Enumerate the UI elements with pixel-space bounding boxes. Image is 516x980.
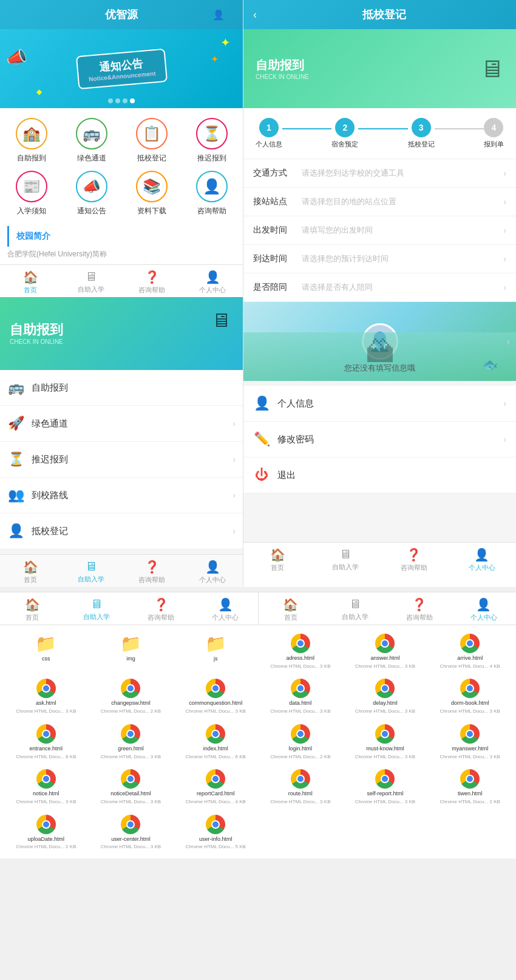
- fe-computer-icon-2: 🖥: [349, 597, 361, 611]
- menu-logout[interactable]: ⏻ 退出: [243, 457, 516, 493]
- user-icon[interactable]: 👤: [212, 9, 225, 21]
- fe-nav-home-2[interactable]: 🏠 首页: [259, 597, 323, 622]
- file-changepsw[interactable]: changepsw.html Chrome HTML Docu... 2 KB: [90, 675, 172, 718]
- file-name-entrance: entrance.html: [30, 745, 63, 752]
- notice-announcement-icon: 📣: [76, 171, 107, 202]
- file-login[interactable]: login.html Chrome HTML Docu... 2 KB: [259, 721, 342, 763]
- folder-js[interactable]: 📁 js: [174, 630, 257, 673]
- file-adress[interactable]: adress.html Chrome HTML Docu... 3 KB: [259, 630, 342, 673]
- nav-self-admission-1[interactable]: 🖥 自助入学: [61, 270, 121, 295]
- file-must-know[interactable]: must-know.html Chrome HTML Docu... 3 KB: [344, 721, 427, 763]
- file-entrance[interactable]: entrance.html Chrome HTML Docu... 8 KB: [5, 721, 87, 763]
- file-route[interactable]: route.html Chrome HTML Docu... 3 KB: [259, 766, 342, 808]
- nav-help-1[interactable]: ❓ 咨询帮助: [121, 270, 182, 295]
- file-reportCard[interactable]: reportCard.html Chrome HTML Docu... 4 KB: [174, 766, 257, 808]
- file-tiwen[interactable]: tiwen.html Chrome HTML Docu... 2 KB: [429, 766, 511, 808]
- fe-nav-profile-2[interactable]: 👤 个人中心: [452, 597, 516, 622]
- nav-home-1[interactable]: 🏠 首页: [0, 270, 61, 295]
- nav-home-2[interactable]: 🏠 首页: [0, 560, 61, 584]
- folder-css[interactable]: 📁 css: [5, 630, 87, 673]
- menu-personal-info[interactable]: 👤 个人信息 ›: [243, 386, 516, 422]
- form-pickup[interactable]: 接站站点 请选择您目的地的站点位置 ›: [243, 188, 516, 216]
- file-commonquestion[interactable]: commonquestion.html Chrome HTML Docu... …: [174, 675, 257, 718]
- form-section: 交通方式 请选择您到达学校的交通工具 › 接站站点 请选择您目的地的站点位置 ›…: [243, 159, 516, 302]
- menu-green-channel[interactable]: 🚀 绿色通道 ›: [0, 406, 243, 442]
- file-self-report[interactable]: self-report.html Chrome HTML Docu... 3 K…: [344, 766, 427, 808]
- file-meta-tiwen: Chrome HTML Docu... 2 KB: [440, 799, 500, 805]
- menu-self-report[interactable]: 🚌 自助报到: [0, 370, 243, 406]
- file-arrive[interactable]: arrive.html Chrome HTML Docu... 4 KB: [429, 630, 511, 673]
- file-meta-noticeDetail: Chrome HTML Docu... 3 KB: [101, 799, 161, 805]
- form-depart-time[interactable]: 出发时间 请填写您的出发时间 ›: [243, 216, 516, 245]
- companion-placeholder: 请选择是否有人陪同: [297, 282, 503, 293]
- file-uploaDate[interactable]: uploaDate.html Chrome HTML Docu... 2 KB: [5, 811, 87, 854]
- back-button[interactable]: ‹: [253, 9, 257, 21]
- notice-banner[interactable]: 📣 ✦ ✦ ◆ 通知公告 Notice&Announcement: [0, 29, 243, 108]
- computer-banner-icon: 🖥: [211, 309, 231, 332]
- step-label-2: 宿舍预定: [331, 140, 358, 149]
- file-index[interactable]: index.html Chrome HTML Docu... 6 KB: [174, 721, 257, 763]
- folder-name-css: css: [42, 656, 50, 662]
- form-arrive-time[interactable]: 到达时间 请选择您的预计到达时间 ›: [243, 245, 516, 273]
- file-myanswer[interactable]: myanswer.html Chrome HTML Docu... 3 KB: [429, 721, 511, 763]
- icon-notice-announcement[interactable]: 📣 通知公告: [65, 171, 118, 216]
- file-name-reportCard: reportCard.html: [197, 790, 235, 797]
- file-user-center[interactable]: user-center.html Chrome HTML Docu... 3 K…: [90, 811, 172, 854]
- nav-profile-r[interactable]: 👤 个人中心: [448, 547, 516, 572]
- fe-nav-self-2[interactable]: 🖥 自助入学: [323, 597, 387, 622]
- chrome-icon-adress: [291, 634, 310, 653]
- nav-home-r[interactable]: 🏠 首页: [243, 547, 311, 572]
- chrome-icon-noticeDetail: [121, 769, 140, 789]
- nav-self-admission-2[interactable]: 🖥 自助入学: [61, 560, 121, 584]
- depart-arrow: ›: [503, 225, 506, 235]
- fe-nav-self-1[interactable]: 🖥 自助入学: [64, 597, 129, 622]
- file-answer[interactable]: answer.html Chrome HTML Docu... 3 KB: [344, 630, 427, 673]
- icon-arrival-register[interactable]: 📋 抵校登记: [125, 118, 178, 163]
- dot-3: [123, 98, 127, 103]
- notice-announcement-label: 通知公告: [77, 206, 106, 216]
- file-notice[interactable]: notice.html Chrome HTML Docu... 3 KB: [5, 766, 87, 808]
- step-label-1: 个人信息: [256, 140, 282, 149]
- menu-delay-report[interactable]: ⏳ 推迟报到 ›: [0, 442, 243, 478]
- nav-profile-1[interactable]: 👤 个人中心: [182, 270, 243, 295]
- fe-nav-help-2[interactable]: ❓ 咨询帮助: [387, 597, 452, 622]
- file-dorm-book[interactable]: dorm-book.html Chrome HTML Docu... 3 KB: [429, 675, 511, 718]
- file-data[interactable]: data.html Chrome HTML Docu... 3 KB: [259, 675, 342, 718]
- icon-green-channel[interactable]: 🚌 绿色通道: [65, 118, 118, 163]
- file-noticeDetail[interactable]: noticeDetail.html Chrome HTML Docu... 3 …: [90, 766, 172, 808]
- icon-resource-download[interactable]: 📚 资料下载: [125, 171, 178, 216]
- file-meta-must-know: Chrome HTML Docu... 3 KB: [355, 754, 415, 760]
- menu-route[interactable]: 👥 到校路线 ›: [0, 478, 243, 513]
- chrome-icon-uploaDate: [36, 815, 56, 834]
- nav-help-r[interactable]: ❓ 咨询帮助: [380, 547, 448, 572]
- chrome-icon-arrive: [460, 634, 480, 653]
- file-green[interactable]: green.html Chrome HTML Docu... 3 KB: [90, 721, 172, 763]
- nav-self-r[interactable]: 🖥 自助入学: [311, 547, 379, 572]
- menu-change-password[interactable]: ✏️ 修改密码 ›: [243, 422, 516, 457]
- nav-help-2[interactable]: ❓ 咨询帮助: [121, 560, 182, 584]
- file-delay[interactable]: delay.html Chrome HTML Docu... 3 KB: [344, 675, 427, 718]
- file-meta-self-report: Chrome HTML Docu... 3 KB: [355, 799, 415, 805]
- personal-center-screen: 🏔 🐟 👤 › 您还没有填写信息哦 👤 个人信息 › ✏️ 修改密码 ›: [243, 302, 516, 575]
- icon-self-report[interactable]: 🏫 自助报到: [5, 118, 58, 163]
- icon-help[interactable]: 👤 咨询帮助: [185, 171, 238, 216]
- fe-nav-help-1[interactable]: ❓ 咨询帮助: [129, 597, 193, 622]
- step-circle-4: 4: [484, 118, 503, 137]
- fe-nav-home-1[interactable]: 🏠 首页: [0, 597, 64, 622]
- profile-label-r: 个人中心: [469, 563, 495, 572]
- form-transport[interactable]: 交通方式 请选择您到达学校的交通工具 ›: [243, 159, 516, 188]
- icon-delay-report[interactable]: ⏳ 推迟报到: [185, 118, 238, 163]
- file-user-info[interactable]: user-info.html Chrome HTML Docu... 5 KB: [174, 811, 257, 854]
- chrome-icon-user-center: [121, 815, 140, 834]
- home-label-r: 首页: [271, 563, 284, 572]
- form-companion[interactable]: 是否陪同 请选择是否有人陪同 ›: [243, 273, 516, 302]
- folder-img[interactable]: 📁 img: [90, 630, 172, 673]
- delay-report-label: 推迟报到: [197, 153, 226, 163]
- file-ask[interactable]: ask.html Chrome HTML Docu... 3 KB: [5, 675, 87, 718]
- checkin-graphic: 🖥: [480, 55, 504, 83]
- icon-admission-notice[interactable]: 📰 入学须知: [5, 171, 58, 216]
- fe-nav-profile-1[interactable]: 👤 个人中心: [193, 597, 257, 622]
- depart-label: 出发时间: [253, 225, 297, 236]
- nav-profile-2[interactable]: 👤 个人中心: [182, 560, 243, 584]
- menu-arrival-register[interactable]: 👤 抵校登记 ›: [0, 513, 243, 549]
